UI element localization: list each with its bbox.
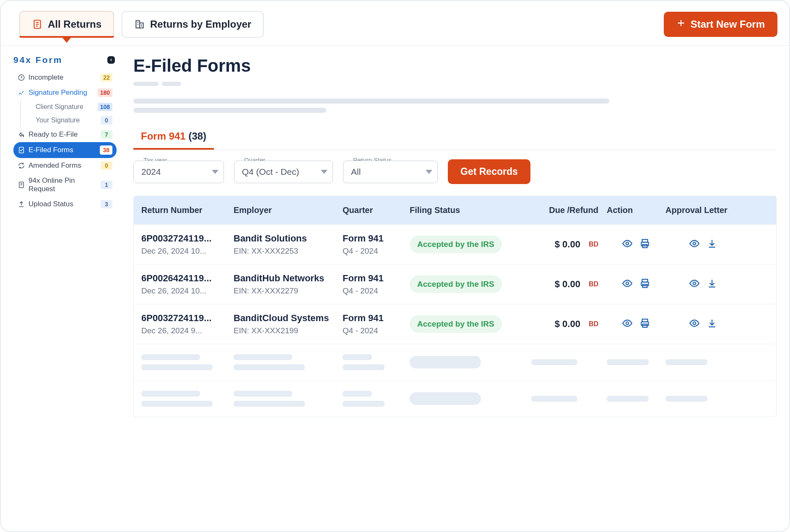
get-records-button[interactable]: Get Records: [448, 159, 530, 184]
skeleton-row: [134, 380, 776, 417]
start-new-form-button[interactable]: Start New Form: [664, 12, 777, 37]
building-icon: [134, 19, 145, 30]
sidebar-item-ready-to-efile[interactable]: Ready to E-File 7: [13, 127, 117, 142]
return-number: 6P0032724119...: [141, 313, 234, 324]
svg-point-11: [626, 282, 629, 285]
print-icon[interactable]: [639, 318, 650, 331]
status-badge: Accepted by the IRS: [410, 275, 502, 293]
document-check-icon: [18, 146, 25, 154]
form-name: Form 941: [343, 233, 410, 244]
print-icon[interactable]: [639, 238, 650, 251]
employer-name: BanditHub Networks: [234, 273, 343, 284]
sidebar-item-incomplete[interactable]: Incomplete 22: [13, 70, 117, 85]
view-icon[interactable]: [689, 318, 700, 331]
sidebar-item-efiled-forms[interactable]: E-Filed Forms 38: [13, 142, 117, 158]
svg-point-20: [693, 322, 696, 324]
col-due-refund: Due /Refund: [531, 205, 607, 215]
bd-tag: BD: [589, 241, 598, 248]
view-icon[interactable]: [622, 278, 633, 291]
employer-ein: EIN: XX-XXX2253: [234, 247, 343, 256]
sidebar-collapse-button[interactable]: [107, 56, 115, 64]
badge-count: 0: [101, 161, 112, 170]
clock-icon: [18, 74, 25, 81]
bd-tag: BD: [589, 320, 598, 328]
document-icon: [32, 19, 43, 30]
return-number: 6P0032724119...: [141, 233, 234, 244]
view-icon[interactable]: [689, 278, 700, 291]
sidebar-item-upload-status[interactable]: Upload Status 3: [13, 197, 117, 212]
placeholder-decoration: [133, 80, 777, 113]
skeleton-row: [134, 344, 776, 380]
col-approval-letter: Approval Letter: [665, 205, 741, 215]
view-icon[interactable]: [622, 238, 633, 251]
refresh-icon: [18, 162, 25, 169]
status-badge: Accepted by the IRS: [410, 315, 502, 333]
badge-count: 1: [101, 181, 112, 189]
form-name: Form 941: [343, 273, 410, 284]
tab-form-941[interactable]: Form 941 (38): [133, 124, 214, 150]
tab-all-returns[interactable]: All Returns: [19, 11, 114, 38]
svg-point-15: [693, 282, 696, 285]
view-icon[interactable]: [689, 238, 700, 251]
badge-count: 7: [101, 130, 112, 139]
chevron-down-icon: [321, 170, 327, 174]
badge-count: 38: [100, 145, 112, 155]
tab-label: All Returns: [48, 18, 101, 30]
topbar: All Returns Returns by Employer Start Ne…: [1, 1, 789, 46]
sidebar-item-signature-pending[interactable]: Signature Pending 180: [13, 85, 117, 100]
tab-label: Returns by Employer: [150, 18, 251, 30]
sidebar-item-pin-request[interactable]: 94x Online Pin Request 1: [13, 173, 117, 197]
form-name: Form 941: [343, 313, 410, 324]
col-action: Action: [607, 205, 665, 215]
sidebar-item-client-signature[interactable]: Client Signature 108: [31, 100, 117, 114]
table-row: 6P0032724119... Dec 26, 2024 9... Bandit…: [134, 304, 776, 344]
due-amount: $ 0.00: [555, 319, 580, 330]
print-icon[interactable]: [639, 278, 650, 291]
svg-point-6: [626, 242, 629, 245]
download-icon[interactable]: [707, 318, 717, 331]
return-status-select[interactable]: All: [343, 161, 438, 183]
bd-tag: BD: [589, 280, 598, 288]
col-return-number: Return Number: [141, 205, 234, 215]
download-icon[interactable]: [707, 278, 717, 291]
tax-year-select[interactable]: 2024: [133, 161, 224, 183]
svg-point-16: [626, 322, 629, 324]
return-number: 6P0026424119...: [141, 273, 234, 284]
button-label: Start New Form: [691, 18, 765, 30]
due-amount: $ 0.00: [555, 279, 580, 290]
tab-returns-by-employer[interactable]: Returns by Employer: [122, 11, 264, 38]
sidebar-item-your-signature[interactable]: Your Signature 0: [31, 114, 117, 127]
return-datetime: Dec 26, 2024 9...: [141, 326, 234, 335]
form-period: Q4 - 2024: [343, 247, 410, 256]
chevron-down-icon: [212, 170, 218, 174]
share-icon: [18, 131, 25, 138]
due-amount: $ 0.00: [555, 239, 580, 250]
results-table: Return Number Employer Quarter Filing St…: [133, 196, 777, 417]
employer-ein: EIN: XX-XXX2199: [234, 326, 343, 335]
badge-count: 0: [101, 116, 112, 125]
status-badge: Accepted by the IRS: [410, 236, 502, 253]
col-quarter: Quarter: [343, 205, 410, 215]
return-datetime: Dec 26, 2024 10...: [141, 247, 234, 256]
employer-name: BanditCloud Systems: [234, 313, 343, 324]
return-datetime: Dec 26, 2024 10...: [141, 286, 234, 296]
badge-count: 108: [98, 103, 112, 111]
download-icon[interactable]: [707, 238, 717, 251]
view-icon[interactable]: [622, 318, 633, 331]
document-icon: [18, 181, 25, 189]
form-tabs: Form 941 (38): [133, 124, 777, 150]
sidebar-item-amended-forms[interactable]: Amended Forms 0: [13, 158, 117, 173]
sidebar-title: 94x Form: [13, 55, 117, 65]
svg-rect-4: [19, 147, 24, 153]
col-filing-status: Filing Status: [410, 205, 531, 215]
table-row: 6P0026424119... Dec 26, 2024 10... Bandi…: [134, 264, 776, 304]
page-title: E-Filed Forms: [133, 56, 777, 76]
badge-count: 180: [98, 88, 112, 97]
signature-icon: [18, 89, 25, 96]
upload-icon: [18, 200, 25, 208]
main-content: E-Filed Forms Form 941 (38) Tax year 202…: [121, 46, 789, 417]
employer-name: Bandit Solutions: [234, 233, 343, 244]
quarter-select[interactable]: Q4 (Oct - Dec): [234, 161, 333, 183]
svg-point-10: [693, 242, 696, 245]
sidebar: 94x Form Incomplete 22 Signature Pending…: [1, 46, 121, 417]
